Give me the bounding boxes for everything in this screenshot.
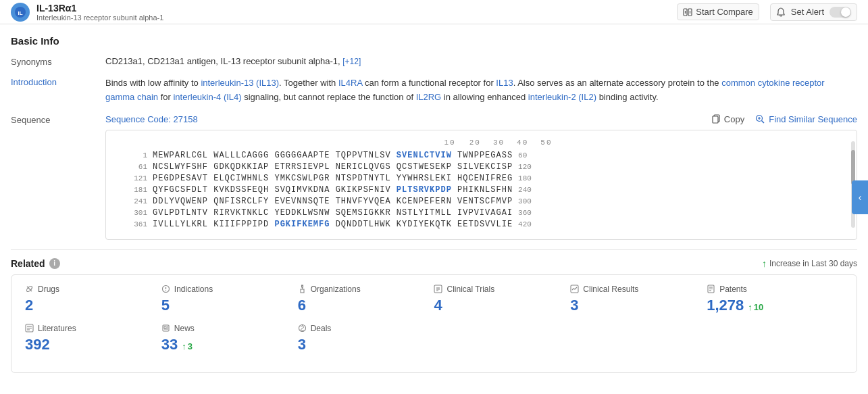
stat-empty-1: [434, 324, 570, 353]
il13-link2[interactable]: IL13: [496, 78, 513, 88]
svg-point-14: [165, 290, 166, 291]
stat-deals[interactable]: Deals 3: [298, 324, 434, 353]
copy-icon: [711, 114, 721, 124]
svg-text:IL: IL: [18, 10, 22, 16]
news-increase: ↑ 3: [182, 341, 193, 351]
interleukin13-link[interactable]: interleukin-13 (IL13): [201, 78, 279, 88]
patents-value: 1,278 ↑ 10: [707, 297, 832, 314]
drug-icon: [25, 285, 34, 293]
protein-name: IL-13Rα1: [36, 3, 163, 14]
stats-panel: Drugs 2 Indications 5: [11, 274, 857, 373]
clinical-results-value: 3: [570, 297, 696, 314]
organizations-label: Organizations: [298, 285, 424, 294]
stat-clinical-results[interactable]: Clinical Results 3: [570, 285, 707, 314]
sequence-actions: Copy Find Similar Sequence: [711, 114, 857, 124]
sequence-box: 10 20 30 40 50 1 MEWPARLCGL WALLLCAGGG G…: [105, 130, 857, 240]
start-compare-button[interactable]: Start Compare: [677, 3, 759, 20]
svg-rect-16: [301, 285, 303, 287]
introduction-link[interactable]: Introduction: [11, 77, 57, 87]
copy-button[interactable]: Copy: [711, 114, 744, 124]
introduction-text: Binds with low affinity to interleukin-1…: [105, 76, 848, 105]
news-icon: [161, 324, 170, 333]
introduction-label: Introduction: [11, 76, 105, 87]
sequence-label: Sequence: [11, 114, 105, 125]
svg-rect-15: [301, 289, 304, 293]
header-title: IL-13Rα1 Interleukin-13 receptor subunit…: [36, 3, 163, 22]
seq-row-181: 181 QYFGCSFDLT KVKDSSFEQH SVQIMVKDNA GKI…: [117, 185, 846, 195]
sidebar-arrow-icon: ‹: [859, 192, 862, 203]
il2rg-link[interactable]: IL2RG: [416, 92, 442, 102]
seq-row-121: 121 PEGDPESAVT ELQCIWHNLS YMKCSWLPGR NTS…: [117, 174, 846, 183]
trend-label: Increase in Last 30 days: [769, 259, 857, 268]
indications-value: 5: [161, 297, 287, 314]
related-info-icon[interactable]: i: [49, 258, 60, 269]
compare-icon: [683, 7, 692, 17]
deal-icon: [298, 324, 307, 333]
find-similar-button[interactable]: Find Similar Sequence: [755, 114, 857, 124]
interleukin4-link[interactable]: interleukin-4 (IL4): [173, 92, 241, 102]
set-alert-label: Set Alert: [791, 7, 824, 17]
stat-indications[interactable]: Indications 5: [161, 285, 298, 314]
synonyms-label: Synonyms: [11, 56, 105, 67]
main-content: Basic Info Synonyms CD213a1, CD213a1 ant…: [0, 24, 868, 373]
find-similar-icon: [755, 114, 765, 124]
set-alert-button[interactable]: Set Alert: [770, 3, 857, 21]
related-title: Related i: [11, 258, 60, 269]
related-header: Related i ↑ Increase in Last 30 days: [11, 249, 857, 274]
stats-row-1: Drugs 2 Indications 5: [25, 285, 843, 314]
svg-line-11: [27, 287, 32, 291]
scrollbar-thumb: [851, 150, 855, 185]
app-logo: IL: [11, 3, 30, 22]
stat-empty-3: [707, 324, 843, 353]
clinical-results-label: Clinical Results: [570, 285, 696, 294]
news-label: News: [161, 324, 287, 333]
header-left: IL IL-13Rα1 Interleukin-13 receptor subu…: [11, 3, 163, 22]
indications-label: Indications: [161, 285, 287, 294]
stat-clinical-trials[interactable]: Clinical Trials 4: [434, 285, 570, 314]
literatures-value: 392: [25, 336, 151, 353]
start-compare-label: Start Compare: [696, 7, 753, 17]
il4ra-link[interactable]: IL4RA: [338, 78, 362, 88]
sequence-ruler: 10 20 30 40 50: [117, 139, 846, 147]
trial-icon: [434, 285, 442, 293]
svg-line-9: [762, 120, 765, 123]
deals-value: 3: [298, 336, 424, 353]
interleukin2-link[interactable]: interleukin-2 (IL2): [528, 92, 596, 102]
alert-icon: [776, 7, 786, 17]
synonyms-value: CD213a1, CD213a1 antigen, IL-13 receptor…: [105, 56, 857, 66]
stat-empty-2: [570, 324, 707, 353]
indication-icon: [161, 285, 170, 293]
basic-info-title: Basic Info: [11, 35, 857, 47]
synonyms-more-link[interactable]: [+12]: [342, 57, 361, 66]
seq-row-301: 301 GVLPDTLNTV RIRVKTNKLC YEDDKLWSNW SQE…: [117, 208, 846, 218]
seq-row-241: 241 DDLYVQWENP QNFISRCLFY EVEVNNSQTE THN…: [117, 197, 846, 206]
news-value: 33 ↑ 3: [161, 336, 287, 353]
sequence-row: Sequence Sequence Code: 27158 Copy: [11, 114, 857, 240]
synonyms-row: Synonyms CD213a1, CD213a1 antigen, IL-13…: [11, 56, 857, 67]
sidebar-toggle[interactable]: ‹: [852, 180, 868, 214]
stat-patents[interactable]: Patents 1,278 ↑ 10: [707, 285, 843, 314]
sequence-code-link[interactable]: Sequence Code: 27158: [105, 114, 198, 124]
clinical-trials-label: Clinical Trials: [434, 285, 559, 294]
svg-rect-32: [164, 326, 166, 328]
stat-literatures[interactable]: Literatures 392: [25, 324, 161, 353]
stat-drugs[interactable]: Drugs 2: [25, 285, 161, 314]
alert-toggle[interactable]: [829, 7, 851, 18]
patents-increase: ↑ 10: [748, 302, 763, 312]
toggle-knob: [841, 7, 850, 17]
protein-full-name: Interleukin-13 receptor subunit alpha-1: [36, 14, 163, 22]
related-label: Related: [11, 258, 45, 269]
seq-row-361: 361 IVLLLYLKRL KIIIFPPIPD PGKIFKEMFG DQN…: [117, 220, 846, 229]
stat-organizations[interactable]: Organizations 6: [298, 285, 434, 314]
stats-row-2: Literatures 392 News: [25, 324, 843, 353]
find-similar-label: Find Similar Sequence: [769, 114, 857, 124]
sequence-header: Sequence Code: 27158 Copy: [105, 114, 857, 124]
org-icon: [298, 285, 307, 293]
stat-news[interactable]: News 33 ↑ 3: [161, 324, 298, 353]
seq-row-61: 61 NCSLWYFSHF GDKQDKKIAP ETRRSIEVPL NERI…: [117, 162, 846, 172]
trend-indicator: ↑ Increase in Last 30 days: [762, 258, 857, 269]
synonyms-text: CD213a1, CD213a1 antigen, IL-13 receptor…: [105, 56, 340, 66]
svg-rect-7: [713, 116, 718, 123]
drugs-label: Drugs: [25, 285, 151, 294]
literatures-label: Literatures: [25, 324, 151, 333]
